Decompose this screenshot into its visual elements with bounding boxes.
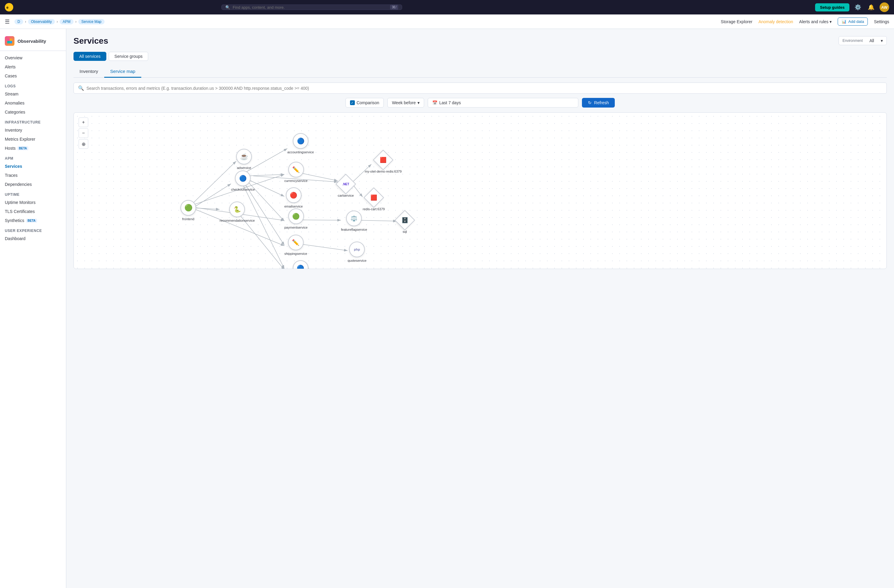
anomaly-detection-link[interactable]: Anomaly detection — [758, 19, 793, 24]
breadcrumb-apm[interactable]: APM — [60, 19, 74, 24]
node-frontend[interactable]: 🟢 frontend — [180, 200, 196, 221]
topbar-logo: e — [5, 3, 13, 11]
search-shortcut: ⌘/ — [390, 5, 398, 10]
search-bar-input[interactable] — [86, 86, 882, 91]
node-paymentservice[interactable]: 🟢 paymentservice — [284, 209, 308, 229]
node-adservice[interactable]: ☕ adservice — [236, 149, 252, 169]
topbar: e 🔍 ⌘/ Setup guides ⚙️ 🔔 AW — [0, 0, 894, 14]
node-label-checkoutservice: checkoutservice — [231, 187, 255, 191]
elastic-logo-icon: e — [5, 3, 13, 11]
notifications-icon-btn[interactable]: 🔔 — [866, 2, 876, 12]
breadcrumb-sep-3: › — [75, 20, 77, 24]
settings-link[interactable]: Settings — [874, 19, 889, 24]
topbar-actions: Setup guides ⚙️ 🔔 AW — [815, 2, 889, 12]
map-svg — [74, 113, 886, 269]
environment-selector[interactable]: Environment All ▾ — [838, 36, 887, 45]
comparison-checkbox[interactable]: ✓ — [350, 100, 355, 105]
topbar-search-input[interactable] — [233, 5, 388, 10]
main-content: Services Environment All ▾ All services … — [66, 29, 894, 588]
map-controls: + − ⊕ — [79, 118, 88, 149]
breadcrumb-sep-2: › — [57, 20, 58, 24]
sidebar-item-dependencies[interactable]: Dependencies — [0, 180, 66, 189]
node-currencyservice[interactable]: ✏️ currencyservice — [284, 162, 308, 183]
setup-guides-button[interactable]: Setup guides — [815, 3, 849, 11]
node-quoteservice[interactable]: php quoteservice — [347, 242, 366, 262]
zoom-out-button[interactable]: − — [79, 128, 88, 138]
page-header: Services Environment All ▾ — [74, 36, 887, 46]
add-data-button[interactable]: 📊 Add data — [838, 18, 868, 26]
breadcrumb-service-map[interactable]: Service Map — [78, 19, 104, 24]
node-redis-cart[interactable]: 🟥 redis-cart:6379 — [362, 189, 385, 211]
node-label-quoteservice: quoteservice — [347, 259, 366, 262]
breadcrumb-d[interactable]: D — [14, 19, 23, 24]
sidebar-section-uptime: Uptime — [0, 189, 66, 198]
week-before-selector[interactable]: Week before ▾ — [387, 98, 424, 107]
tab-service-map[interactable]: Service map — [104, 66, 141, 78]
settings-icon-btn[interactable]: ⚙️ — [853, 2, 863, 12]
svg-line-16 — [243, 184, 284, 269]
svg-text:e: e — [6, 5, 8, 10]
date-range-selector[interactable]: 📅 Last 7 days — [428, 98, 578, 107]
map-canvas[interactable]: 🟢 frontend ☕ adservice 🔵 checkout — [74, 113, 886, 269]
alerts-rules-label: Alerts and rules — [799, 19, 828, 24]
node-circle-adservice: ☕ — [236, 149, 252, 165]
environment-label: Environment — [843, 39, 863, 43]
hamburger-button[interactable]: ☰ — [5, 18, 10, 25]
node-featureflagservice[interactable]: ⚖️ featureflagservice — [341, 210, 367, 231]
node-label-accountingservice: accountingservice — [287, 150, 314, 154]
node-recommendationservice[interactable]: 🐍 recommendationservice — [220, 201, 255, 222]
node-checkoutservice[interactable]: 🔵 checkoutservice — [231, 171, 255, 191]
breadcrumb-sep-1: › — [25, 20, 26, 24]
breadcrumb-observability[interactable]: Observability — [28, 19, 55, 24]
sidebar-item-tls-certificates[interactable]: TLS Certificates — [0, 207, 66, 216]
node-label-recommendationservice: recommendationservice — [220, 219, 255, 222]
sidebar-item-overview[interactable]: Overview — [0, 53, 66, 62]
node-productcatalogservice[interactable]: 🔵 productcatalogservice — [284, 260, 317, 269]
alerts-dropdown-icon: ▾ — [829, 19, 832, 24]
sidebar-item-hosts[interactable]: Hosts BETA — [0, 144, 66, 153]
sidebar-item-anomalies[interactable]: Anomalies — [0, 98, 66, 107]
breadcrumb: D › Observability › APM › Service Map — [14, 19, 104, 24]
layout: Observability Overview Alerts Cases Logs… — [0, 29, 894, 588]
hosts-beta-badge: BETA — [18, 147, 28, 150]
zoom-in-button[interactable]: + — [79, 118, 88, 127]
node-circle-shippingservice: ✏️ — [288, 235, 304, 250]
node-label-currencyservice: currencyservice — [284, 179, 308, 183]
sidebar-item-traces[interactable]: Traces — [0, 171, 66, 180]
sidebar-item-inventory[interactable]: Inventory — [0, 125, 66, 135]
navbar: ☰ D › Observability › APM › Service Map … — [0, 14, 894, 29]
svg-line-9 — [193, 161, 236, 203]
storage-explorer-link[interactable]: Storage Explorer — [721, 19, 752, 24]
sidebar-item-metrics-explorer[interactable]: Metrics Explorer — [0, 135, 66, 144]
synthetics-beta-badge: BETA — [26, 219, 37, 222]
node-sql[interactable]: 🗄️ sql — [397, 212, 413, 233]
tab-service-groups[interactable]: Service groups — [109, 52, 148, 61]
sidebar-item-dashboard[interactable]: Dashboard — [0, 234, 66, 243]
node-cartservice[interactable]: .NET cartservice — [338, 176, 354, 197]
sidebar-item-synthetics[interactable]: Synthetics BETA — [0, 216, 66, 225]
sidebar-item-categories[interactable]: Categories — [0, 107, 66, 116]
topbar-search-bar[interactable]: 🔍 ⌘/ — [221, 5, 402, 10]
avatar[interactable]: AW — [880, 2, 889, 12]
svg-rect-4 — [7, 41, 10, 43]
sidebar-item-alerts[interactable]: Alerts — [0, 62, 66, 71]
alerts-rules-link[interactable]: Alerts and rules ▾ — [799, 19, 832, 24]
sidebar-item-uptime-monitors[interactable]: Uptime Monitors — [0, 198, 66, 207]
environment-value: All — [869, 38, 874, 43]
node-circle-paymentservice: 🟢 — [288, 209, 304, 224]
view-tabs: Inventory Service map — [74, 66, 887, 78]
sidebar-item-services[interactable]: Services — [0, 162, 66, 171]
refresh-button[interactable]: ↻ Refresh — [582, 98, 615, 107]
sidebar-item-cases[interactable]: Cases — [0, 71, 66, 80]
node-accountingservice[interactable]: 🔵 accountingservice — [287, 133, 314, 154]
refresh-label: Refresh — [594, 100, 609, 105]
node-my-otel-demo-redis[interactable]: 🟥 my-otel-demo-redis:6379 — [365, 152, 402, 173]
tab-inventory[interactable]: Inventory — [74, 66, 104, 78]
reset-view-button[interactable]: ⊕ — [79, 139, 88, 149]
comparison-toggle[interactable]: ✓ Comparison — [346, 98, 384, 107]
sidebar-item-stream[interactable]: Stream — [0, 89, 66, 98]
node-shippingservice[interactable]: ✏️ shippingservice — [284, 235, 307, 255]
search-bar[interactable]: 🔍 — [74, 83, 887, 94]
node-emailservice[interactable]: 🔴 emailservice — [284, 187, 303, 208]
tab-all-services[interactable]: All services — [74, 52, 106, 61]
